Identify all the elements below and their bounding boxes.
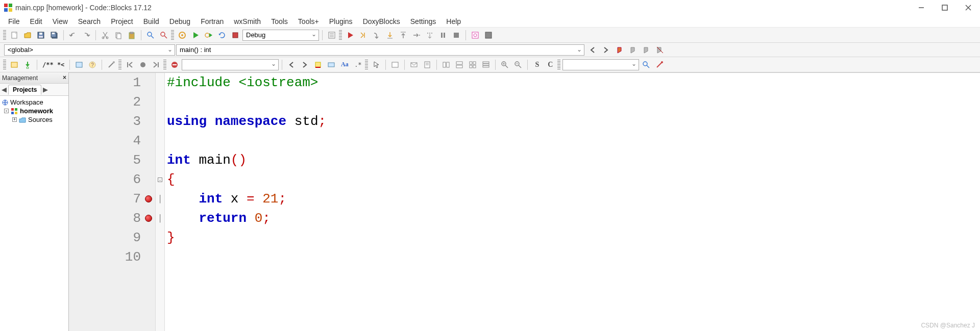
s-button[interactable]: S (531, 59, 543, 71)
toolbar-grip[interactable] (3, 60, 6, 70)
code-line[interactable] (165, 92, 980, 112)
code-line[interactable]: } (165, 228, 980, 247)
menu-search[interactable]: Search (73, 16, 106, 27)
hl-marker-button[interactable] (312, 59, 324, 71)
build-run-button[interactable] (203, 29, 215, 41)
line-number[interactable]: 1 (69, 73, 155, 92)
jump-back-button[interactable] (124, 59, 136, 71)
fold-marker[interactable]: - (156, 170, 164, 189)
layout-v2-button[interactable] (453, 59, 465, 71)
menu-fortran[interactable]: Fortran (195, 16, 229, 27)
function-select[interactable]: main() : int (176, 44, 584, 56)
build-button[interactable] (176, 29, 188, 41)
build-target-select[interactable]: Debug (242, 30, 319, 41)
breakpoint-icon[interactable] (145, 195, 152, 202)
menu-tools[interactable]: Tools (266, 16, 293, 27)
search-options-button[interactable] (653, 59, 666, 71)
layout-grid-button[interactable] (467, 59, 479, 71)
code-line[interactable]: return 0; (165, 209, 980, 228)
menu-debug[interactable]: Debug (164, 16, 195, 27)
layout-doc-button[interactable] (421, 59, 433, 71)
doxy-wizard-button[interactable] (8, 59, 20, 71)
zoom-out-button[interactable] (512, 59, 524, 71)
hl-next-button[interactable] (299, 59, 311, 71)
menu-help[interactable]: Help (441, 16, 466, 27)
code-line[interactable]: int main() (165, 150, 980, 170)
info-button[interactable] (482, 29, 495, 41)
bookmark-clear-button[interactable] (654, 44, 666, 56)
toolbar-grip[interactable] (118, 60, 121, 70)
undo-button[interactable] (67, 29, 79, 41)
line-number[interactable]: 2 (69, 92, 155, 112)
code-area[interactable]: #include <iostream>using namespace std;i… (165, 73, 980, 331)
save-button[interactable] (35, 29, 47, 41)
run-button[interactable] (189, 29, 202, 41)
zoom-in-button[interactable] (499, 59, 511, 71)
menu-settings[interactable]: Settings (405, 16, 442, 27)
bookmark-next-button[interactable] (641, 44, 653, 56)
menu-build[interactable]: Build (138, 16, 164, 27)
step-into-instr-button[interactable] (424, 29, 436, 41)
line-number[interactable]: 4 (69, 131, 155, 150)
show-targets-button[interactable] (326, 29, 338, 41)
menu-doxyblocks[interactable]: DoxyBlocks (358, 16, 405, 27)
line-number[interactable]: 8 (69, 209, 155, 228)
nav-back-button[interactable] (586, 44, 599, 56)
tree-expand-icon[interactable]: - (4, 109, 9, 113)
tabs-left-arrow[interactable]: ◀ (0, 86, 8, 93)
break-button[interactable] (437, 29, 449, 41)
line-number[interactable]: 5 (69, 150, 155, 170)
step-out-button[interactable] (397, 29, 409, 41)
management-close-button[interactable]: × (63, 74, 66, 81)
menu-tools-[interactable]: Tools+ (293, 16, 324, 27)
hl-selection-button[interactable] (325, 59, 337, 71)
abort-button[interactable] (229, 29, 241, 41)
jump-record-button[interactable] (137, 59, 149, 71)
line-number-gutter[interactable]: 12345678910 (69, 73, 156, 331)
plugin-select[interactable] (182, 59, 279, 70)
redo-button[interactable] (80, 29, 92, 41)
open-file-button[interactable] (21, 29, 34, 41)
replace-button[interactable] (158, 29, 170, 41)
line-number[interactable]: 6 (69, 170, 155, 189)
code-line[interactable]: #include <iostream> (165, 73, 980, 92)
hl-text-button[interactable]: Aa (338, 59, 351, 71)
line-number[interactable]: 7 (69, 189, 155, 209)
doxy-chm-button[interactable]: ? (86, 59, 99, 71)
hl-regex-button[interactable]: .* (352, 59, 364, 71)
stop-debug-button[interactable] (450, 29, 462, 41)
doxy-extract-button[interactable] (21, 59, 34, 71)
project-tree[interactable]: Workspace - homework + Sources (0, 96, 68, 331)
nav-forward-button[interactable] (600, 44, 612, 56)
menu-file[interactable]: File (3, 16, 25, 27)
abort-plugin-button[interactable] (168, 59, 181, 71)
menu-edit[interactable]: Edit (25, 16, 47, 27)
jump-forward-button[interactable] (150, 59, 162, 71)
tree-project[interactable]: - homework (1, 107, 67, 115)
paste-button[interactable] (126, 29, 138, 41)
toolbar-grip[interactable] (365, 60, 368, 70)
maximize-button[interactable] (933, 0, 957, 15)
code-line[interactable]: int x = 21; (165, 189, 980, 209)
code-editor[interactable]: 12345678910 -││ #include <iostream>using… (69, 72, 980, 331)
cut-button[interactable] (99, 29, 111, 41)
bookmark-toggle-button[interactable] (614, 44, 626, 56)
search-combo[interactable] (562, 59, 639, 70)
toolbar-grip[interactable] (557, 60, 560, 70)
code-line[interactable]: using namespace std; (165, 112, 980, 131)
debug-windows-button[interactable] (469, 29, 481, 41)
scope-select[interactable]: <global> (4, 44, 175, 56)
toolbar-grip[interactable] (171, 30, 174, 40)
rebuild-button[interactable] (216, 29, 228, 41)
doxy-config-button[interactable] (105, 59, 117, 71)
toolbar-grip[interactable] (339, 30, 342, 40)
minimize-button[interactable] (910, 0, 933, 15)
tab-projects[interactable]: Projects (8, 85, 41, 95)
code-line[interactable] (165, 131, 980, 150)
code-line[interactable] (165, 247, 980, 267)
hl-prev-button[interactable] (285, 59, 298, 71)
copy-button[interactable] (112, 29, 125, 41)
breakpoint-icon[interactable] (145, 215, 152, 222)
new-file-button[interactable] (8, 29, 20, 41)
select-arrow-button[interactable] (370, 59, 382, 71)
